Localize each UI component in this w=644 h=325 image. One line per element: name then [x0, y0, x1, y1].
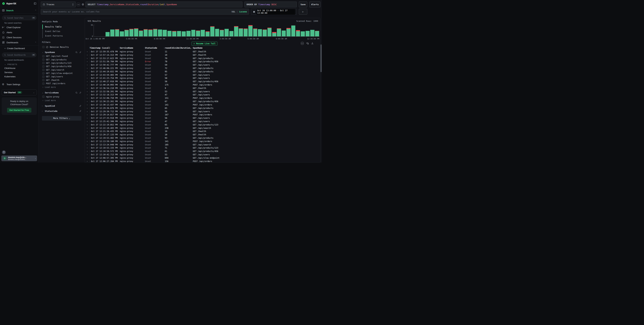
row-expand-icon[interactable]: › [86, 160, 89, 162]
table-row[interactable]: ›Oct 27 12:13:59.180 PMnginx-proxyUnset1… [85, 140, 320, 143]
column-header[interactable]: ⋮StatusCode [143, 47, 163, 49]
row-expand-icon[interactable]: › [86, 124, 89, 126]
row-expand-icon[interactable]: › [86, 107, 89, 109]
checkbox[interactable] [42, 46, 44, 48]
histogram-bar[interactable] [138, 25, 143, 36]
row-expand-icon[interactable]: › [86, 144, 89, 146]
histogram-bar[interactable] [300, 25, 305, 36]
table-code-view-icon[interactable] [301, 42, 304, 45]
histogram-bar[interactable] [277, 25, 282, 36]
table-row[interactable]: ›Oct 27 12:30:13.437 PMnginx-proxyUnset1… [85, 103, 320, 106]
column-header[interactable]: ⋮ServiceName [118, 47, 143, 49]
checkbox[interactable] [42, 96, 44, 98]
checkbox[interactable] [42, 72, 44, 74]
table-row[interactable]: ›Oct 27 12:41:23.754 PMnginx-proxyUnset5… [85, 77, 320, 80]
row-expand-icon[interactable]: › [86, 94, 89, 96]
filter-option[interactable]: GET /api/users [42, 75, 82, 78]
filter-option[interactable]: POST /api/orders [42, 82, 82, 85]
histogram-bar[interactable] [182, 25, 186, 36]
histogram-bar[interactable] [153, 25, 158, 36]
sidebar-item-chart-explorer[interactable]: Chart Explorer [0, 25, 38, 30]
resume-live-tail-button[interactable]: Resume Live Tail [192, 41, 218, 46]
histogram-bar[interactable] [215, 25, 220, 36]
table-row[interactable]: ›Oct 27 12:36:54.210 PMnginx-proxyUnset9… [85, 86, 320, 90]
column-resize-handle[interactable]: ⋮ [163, 47, 165, 49]
row-expand-icon[interactable]: › [86, 97, 89, 99]
row-expand-icon[interactable]: › [86, 70, 89, 73]
histogram-bar[interactable] [220, 25, 224, 36]
filter-option[interactable]: GET /api/not-found [42, 54, 82, 58]
sidebar-preset-services[interactable]: Services [0, 70, 38, 74]
denoise-results-option[interactable]: Denoise Results [42, 46, 82, 48]
table-row[interactable]: ›Oct 27 12:46:08.221 PMnginx-proxyUnset7… [85, 67, 320, 70]
table-row[interactable]: ›Oct 27 12:22:10.403 PMnginx-proxyUnset2… [85, 126, 320, 130]
histogram-bar[interactable] [186, 25, 191, 36]
histogram-bar[interactable] [296, 25, 300, 36]
row-expand-icon[interactable]: › [86, 80, 89, 83]
filter-option[interactable]: GET /api/search [42, 68, 82, 72]
histogram-bar[interactable] [253, 25, 258, 36]
column-header[interactable]: ⋮round(divide(Duration, [163, 47, 191, 49]
row-expand-icon[interactable]: › [86, 130, 89, 132]
row-expand-icon[interactable]: › [86, 113, 89, 116]
saved-dashboards-input[interactable]: Saved Dashboards ⌘K [2, 53, 36, 57]
histogram-bar[interactable] [205, 25, 210, 36]
row-expand-icon[interactable]: › [86, 140, 89, 143]
row-expand-icon[interactable]: › [86, 54, 89, 56]
column-resize-handle[interactable]: ⋮ [191, 47, 193, 49]
row-expand-icon[interactable]: › [86, 117, 89, 119]
more-filters-button[interactable]: More filters ⌄ [42, 116, 82, 121]
checkbox[interactable] [42, 79, 44, 81]
orderby-input[interactable]: ORDER BY Timestamp DESC [244, 1, 297, 7]
help-button[interactable]: ? [2, 150, 6, 154]
histogram-bar[interactable] [134, 25, 138, 36]
table-row[interactable]: ›Oct 27 12:20:27.133 PMnginx-proxyUnset1… [85, 133, 320, 136]
presets-toggle[interactable]: ⌄ PRESETS [0, 62, 38, 66]
language-sql-toggle[interactable]: SQL [232, 10, 236, 13]
analysis-mode-option[interactable]: Results Table [42, 24, 82, 29]
histogram-bar[interactable] [291, 25, 296, 36]
analysis-mode-option[interactable]: Event Deltas [42, 29, 82, 33]
create-dashboard-button[interactable]: + Create Dashboard [0, 46, 38, 51]
histogram-bar[interactable] [210, 25, 214, 36]
filter-option[interactable]: nginx-proxy [42, 95, 82, 98]
analysis-mode-option[interactable]: Event Patterns [42, 33, 82, 38]
checkbox[interactable] [42, 62, 44, 64]
checkbox[interactable] [42, 82, 44, 85]
pin-icon[interactable] [79, 51, 82, 53]
table-row[interactable]: ›Oct 27 12:10:42.713 PMnginx-proxyUnset5… [85, 153, 320, 156]
table-row[interactable]: ›Oct 27 12:29:36.876 PMnginx-proxyUnset6… [85, 106, 320, 110]
get-started-toggle[interactable]: Get Started 3/3 ⌄ [2, 89, 37, 95]
filter-option[interactable]: GET /api/products/456 [42, 65, 82, 68]
scrollbar-thumb[interactable] [320, 44, 322, 72]
histogram-bar[interactable] [172, 25, 176, 36]
table-row[interactable]: ›Oct 27 12:21:36.435 PMnginx-proxyUnset1… [85, 130, 320, 133]
histogram-bar[interactable] [248, 25, 253, 36]
checkbox[interactable] [42, 58, 44, 61]
save-button[interactable]: Save [299, 1, 307, 7]
source-select[interactable]: Traces [41, 1, 76, 7]
column-resize-handle[interactable]: ⋮ [118, 47, 120, 49]
histogram-bar[interactable] [305, 25, 310, 36]
table-row[interactable]: ›Oct 27 12:32:58.201 PMnginx-proxyUnset5… [85, 90, 320, 93]
column-resize-handle[interactable]: ⋮ [143, 47, 145, 49]
filter-group-statuscode[interactable]: ›StatusCode [42, 110, 82, 112]
checkbox[interactable] [42, 65, 44, 68]
histogram-bar[interactable] [105, 25, 110, 36]
row-expand-icon[interactable]: › [86, 104, 89, 106]
histogram-bar[interactable] [162, 25, 167, 36]
table-row[interactable]: ›Oct 27 12:43:59.465 PMnginx-proxyUnset5… [85, 73, 320, 77]
table-row[interactable]: ›Oct 27 12:32:18.313 PMnginx-proxyUnset4… [85, 93, 320, 97]
histogram-bar[interactable] [310, 25, 314, 36]
histogram-bar[interactable] [124, 25, 129, 36]
sidebar-item-alerts[interactable]: Alerts [0, 30, 38, 35]
row-expand-icon[interactable]: › [86, 150, 89, 152]
filter-option[interactable]: GET /health [42, 78, 82, 82]
load-more-button[interactable]: ›Load more [42, 98, 82, 102]
histogram-bar[interactable] [272, 25, 276, 36]
histogram-bar[interactable] [177, 25, 182, 36]
histogram-bar[interactable] [229, 25, 234, 36]
row-expand-icon[interactable]: › [86, 50, 89, 53]
search-icon[interactable] [75, 51, 78, 53]
run-query-button[interactable]: ▷ [299, 9, 307, 14]
